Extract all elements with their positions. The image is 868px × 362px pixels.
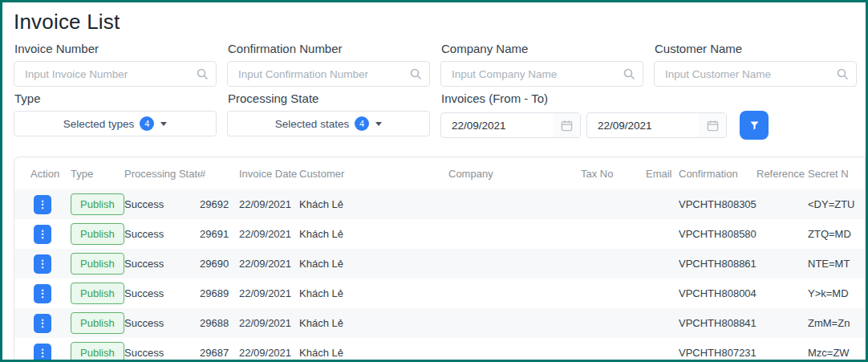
filter-row-1: Invoice Number Confirmation Number — [14, 42, 854, 87]
row-invoice-date: 22/09/2021 — [239, 258, 299, 270]
invoice-table-card: Action Type Processing State # Invoice D… — [14, 157, 866, 362]
row-invoice-date: 22/09/2021 — [239, 287, 299, 299]
more-vertical-icon: ⋮ — [38, 258, 48, 269]
type-dropdown-text: Selected types — [63, 118, 135, 130]
company-name-label: Company Name — [441, 42, 643, 55]
col-action: Action — [30, 168, 71, 180]
customer-name-label: Customer Name — [655, 42, 857, 55]
apply-filter-button[interactable] — [740, 111, 769, 140]
row-actions-button[interactable]: ⋮ — [34, 195, 51, 214]
invoice-number-label: Invoice Number — [14, 42, 217, 55]
invoice-range-filter: Invoices (From - To) — [440, 92, 854, 140]
type-badge: Publish — [71, 253, 124, 275]
row-confirmation: VPCHTH808580 — [679, 228, 756, 240]
row-state: Success — [124, 198, 200, 210]
col-reference: Reference — [756, 168, 808, 180]
col-type: Type — [71, 168, 124, 180]
page-title: Invoice List — [14, 10, 866, 35]
type-filter: Type Selected types 4 — [14, 92, 217, 140]
filter-panel: Invoice Number Confirmation Number — [14, 42, 854, 140]
row-actions-button[interactable]: ⋮ — [34, 284, 51, 303]
row-invoice-date: 22/09/2021 — [239, 347, 299, 359]
processing-state-filter: Processing State Selected states 4 — [227, 92, 430, 140]
table-row: ⋮ Publish Success 29689 22/09/2021 Khách… — [14, 279, 866, 308]
company-name-filter: Company Name — [440, 42, 643, 87]
row-customer: Khách Lẻ — [299, 317, 448, 329]
table-row: ⋮ Publish Success 29688 22/09/2021 Khách… — [14, 308, 866, 338]
calendar-icon[interactable] — [553, 113, 580, 137]
more-vertical-icon: ⋮ — [38, 348, 48, 358]
invoice-number-input[interactable] — [14, 61, 217, 87]
row-customer: Khách Lẻ — [299, 258, 448, 270]
chevron-down-icon — [160, 122, 167, 126]
row-actions-button[interactable]: ⋮ — [34, 254, 51, 274]
table-row: ⋮ Publish Success 29692 22/09/2021 Khách… — [14, 189, 866, 219]
col-processing-state: Processing State — [124, 168, 200, 180]
row-customer: Khách Lẻ — [299, 198, 448, 210]
row-state: Success — [124, 258, 200, 270]
col-customer: Customer — [299, 168, 448, 180]
row-invoice-date: 22/09/2021 — [239, 228, 299, 240]
col-number: # — [200, 168, 239, 180]
type-count-badge: 4 — [140, 116, 154, 131]
more-vertical-icon: ⋮ — [38, 199, 48, 209]
row-confirmation: VPCHTH808841 — [679, 317, 756, 329]
row-actions-button[interactable]: ⋮ — [34, 225, 51, 244]
type-dropdown[interactable]: Selected types 4 — [14, 111, 217, 136]
more-vertical-icon: ⋮ — [38, 229, 48, 239]
more-vertical-icon: ⋮ — [38, 318, 48, 328]
row-confirmation: VPCHTH808004 — [679, 287, 756, 299]
customer-name-input[interactable] — [654, 61, 857, 87]
table-row: ⋮ Publish Success 29691 22/09/2021 Khách… — [14, 219, 866, 249]
type-badge: Publish — [71, 223, 124, 245]
row-confirmation: VPCHTH808305 — [679, 198, 756, 210]
type-badge: Publish — [71, 193, 124, 215]
confirmation-number-input[interactable] — [227, 61, 430, 87]
row-confirmation: VPCHTH808861 — [679, 258, 756, 270]
row-actions-button[interactable]: ⋮ — [34, 314, 51, 333]
filter-funnel-icon — [748, 120, 761, 132]
confirmation-number-label: Confirmation Number — [228, 42, 430, 55]
col-tax-no: Tax No — [581, 168, 646, 180]
row-state: Success — [124, 347, 200, 359]
processing-state-dropdown[interactable]: Selected states 4 — [227, 111, 430, 136]
app-frame: Invoice List Invoice Number Confirmation… — [0, 0, 868, 362]
company-name-input[interactable] — [440, 61, 643, 87]
processing-state-label: Processing State — [228, 92, 430, 105]
confirmation-number-filter: Confirmation Number — [227, 42, 430, 87]
col-secret: Secret N — [808, 168, 866, 180]
more-vertical-icon: ⋮ — [38, 288, 48, 299]
row-invoice-date: 22/09/2021 — [239, 198, 299, 210]
row-number: 29688 — [200, 317, 239, 329]
processing-state-count-badge: 4 — [355, 116, 369, 131]
chevron-down-icon — [375, 122, 382, 126]
customer-name-filter: Customer Name — [654, 42, 857, 87]
row-secret: ZTQ=MD — [808, 228, 866, 240]
row-state: Success — [124, 287, 200, 299]
table-row: ⋮ Publish Success 29690 22/09/2021 Khách… — [14, 249, 866, 279]
type-badge: Publish — [71, 342, 124, 362]
row-number: 29691 — [200, 228, 239, 240]
table-header-row: Action Type Processing State # Invoice D… — [14, 157, 866, 189]
type-badge: Publish — [71, 312, 124, 334]
col-invoice-date: Invoice Date — [239, 168, 299, 180]
invoice-range-label: Invoices (From - To) — [441, 92, 854, 105]
row-customer: Khách Lẻ — [299, 347, 448, 359]
row-number: 29687 — [200, 347, 239, 359]
row-state: Success — [124, 317, 200, 329]
row-number: 29689 — [200, 287, 239, 299]
type-badge: Publish — [71, 283, 124, 304]
col-email: Email — [646, 168, 679, 180]
row-actions-button[interactable]: ⋮ — [34, 344, 51, 362]
col-confirmation: Confirmation — [679, 168, 756, 180]
invoice-number-filter: Invoice Number — [14, 42, 217, 87]
type-label: Type — [14, 92, 217, 105]
row-secret: ZmM=Zn — [808, 317, 866, 329]
row-state: Success — [124, 228, 200, 240]
row-number: 29690 — [200, 258, 239, 270]
processing-state-dropdown-text: Selected states — [275, 118, 349, 130]
calendar-icon[interactable] — [699, 113, 726, 137]
invoice-table: Action Type Processing State # Invoice D… — [14, 157, 866, 362]
col-company: Company — [448, 168, 581, 180]
row-number: 29692 — [200, 198, 239, 210]
